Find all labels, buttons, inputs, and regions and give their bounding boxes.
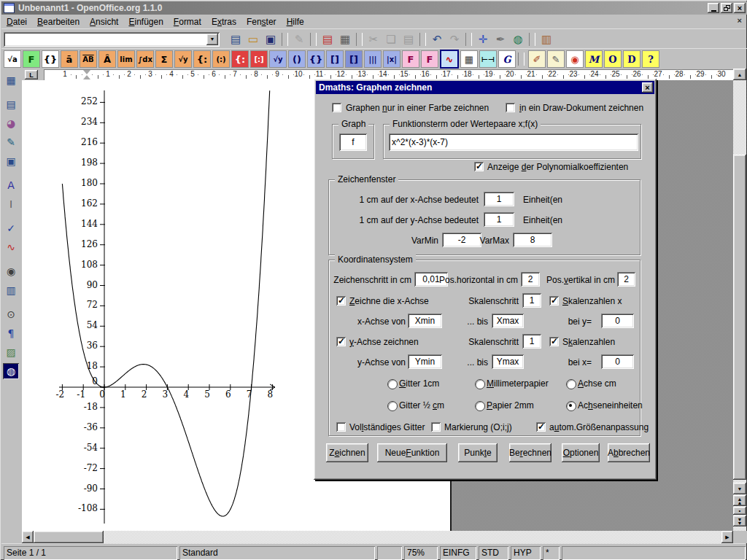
skalenschritt-x-field[interactable]: 1	[522, 293, 541, 308]
vollgitter-checkbox[interactable]	[336, 422, 346, 432]
bei-y-field[interactable]: 0	[601, 314, 634, 328]
g-icon[interactable]: G	[498, 50, 516, 68]
url-input[interactable]	[4, 32, 220, 47]
statusbar-cell-standard[interactable]: Standard	[179, 546, 375, 560]
function-f-icon[interactable]: F	[23, 50, 40, 68]
menu-format[interactable]: Format	[169, 15, 206, 28]
integral-icon[interactable]: ∫dx	[136, 50, 154, 68]
y-bis-field[interactable]: Ymax	[492, 354, 524, 369]
paste-icon[interactable]: ▤	[401, 32, 416, 47]
sqrt-a-icon[interactable]: √a	[4, 50, 21, 68]
menu-hilfe[interactable]: Hilfe	[282, 15, 309, 28]
single-color-checkbox[interactable]	[332, 103, 341, 112]
target-icon[interactable]: ◉	[566, 50, 584, 68]
save-icon[interactable]: ▣	[263, 32, 278, 47]
minimize-button[interactable]	[708, 3, 719, 13]
d-icon[interactable]: D	[623, 50, 640, 68]
draw-graph-icon[interactable]: ∿	[440, 50, 459, 69]
open-icon[interactable]: ▭	[246, 32, 260, 47]
title-bar[interactable]: Unbenannt1 - OpenOffice.org 1.1.0 ×	[1, 1, 747, 15]
segment-ab-icon[interactable]: AB	[80, 50, 97, 68]
copy-icon[interactable]: ❏	[384, 32, 398, 47]
parens-icon[interactable]: ()	[288, 50, 306, 68]
statusbar-cell-std[interactable]: STD	[479, 546, 508, 560]
varmin-field[interactable]: -2	[442, 233, 481, 247]
bei-x-field[interactable]: 0	[601, 354, 634, 369]
statusbar-cell-seite11[interactable]: Seite 1 / 1	[4, 546, 177, 560]
direct-cursor-icon[interactable]: I	[3, 196, 19, 212]
zoom-icon[interactable]: ⊙	[3, 306, 19, 322]
url-combobox[interactable]: ▼	[4, 32, 220, 47]
interval-icon[interactable]: ⊢⊣	[479, 50, 497, 68]
m-icon[interactable]: M	[585, 50, 603, 68]
paren-colon-icon[interactable]: (:)	[212, 50, 230, 68]
y-axis-checkbox[interactable]	[336, 337, 346, 346]
gitter-1cm-radio[interactable]	[387, 379, 398, 389]
x-von-field[interactable]: Xmin	[408, 314, 442, 328]
red-bracket-icon[interactable]: [:]	[250, 50, 268, 68]
vertical-scrollbar[interactable]: ▲ ▼ ▲▲ • ▼▼	[733, 69, 746, 531]
menu-ansicht[interactable]: Ansicht	[85, 15, 123, 28]
blue-root-icon[interactable]: √y	[269, 50, 287, 68]
insert-form-icon[interactable]: ▣	[3, 153, 19, 169]
y-unit-field[interactable]: 1	[484, 212, 514, 227]
autosize-checkbox[interactable]	[536, 422, 546, 432]
pos-vertikal-field[interactable]: 2	[617, 272, 635, 287]
achse-cm-radio[interactable]	[566, 379, 576, 389]
stylist-icon[interactable]: ✒	[493, 32, 508, 47]
markierung-checkbox[interactable]	[431, 422, 441, 432]
menu-bearbeiten[interactable]: Bearbeiten	[32, 15, 85, 28]
insert-table-icon[interactable]: ▦	[3, 72, 19, 88]
achseneinheiten-radio[interactable]	[566, 401, 576, 411]
indent-marker[interactable]	[82, 70, 91, 79]
edit-file-icon[interactable]: ✎	[292, 32, 306, 47]
close-button[interactable]: ×	[734, 3, 746, 13]
x-unit-field[interactable]: 1	[484, 192, 514, 206]
export-pdf-icon[interactable]: ▤	[320, 32, 335, 47]
data-sources-icon[interactable]: ▥	[3, 282, 19, 298]
parallel-icon[interactable]: |||	[364, 50, 382, 68]
scroll-left-icon[interactable]: ◀	[22, 531, 34, 543]
statusbar-cell-8[interactable]	[562, 546, 746, 560]
hyperlink-icon[interactable]: ◍	[511, 32, 525, 47]
x-axis-checkbox[interactable]	[336, 296, 346, 306]
spellcheck-icon[interactable]: ✓	[3, 220, 19, 236]
dialog-title-bar[interactable]: Dmaths: Graphen zeichnen ×	[316, 81, 654, 94]
o-icon[interactable]: O	[604, 50, 622, 68]
punkte-button[interactable]: Punkte	[458, 443, 498, 462]
pink-f-icon[interactable]: F	[402, 50, 419, 68]
dialog-close-button[interactable]: ×	[642, 82, 653, 93]
restore-button[interactable]	[721, 3, 732, 13]
abs-icon[interactable]: |x|	[383, 50, 400, 68]
insert-object-icon[interactable]: ◕	[3, 115, 19, 131]
undo-icon[interactable]: ↶	[430, 32, 444, 47]
tab-type-button[interactable]: L	[25, 70, 38, 79]
root-icon[interactable]: √y	[174, 50, 192, 68]
y-von-field[interactable]: Ymin	[408, 354, 442, 369]
pos-horizontal-field[interactable]: 2	[521, 272, 540, 287]
scroll-right-icon[interactable]: ▶	[721, 531, 733, 543]
statusbar-cell-einfg[interactable]: EINFG	[440, 546, 476, 560]
graphics-onoff-icon[interactable]: ▨	[3, 344, 19, 360]
statusbar-cell-2[interactable]	[377, 546, 402, 560]
edit-drawing-icon[interactable]: ✎	[547, 50, 565, 68]
poly-coeff-checkbox[interactable]	[474, 162, 484, 171]
scroll-up-icon[interactable]: ▲	[733, 69, 746, 80]
papier-2mm-radio[interactable]	[475, 401, 485, 411]
draw-doc-checkbox[interactable]	[506, 103, 515, 112]
statusbar-cell-75%[interactable]: 75%	[404, 546, 438, 560]
abbrechen-button[interactable]: Abbrechen	[608, 443, 650, 462]
x-bis-field[interactable]: Xmax	[492, 314, 524, 328]
berechnen-button[interactable]: Berechnen	[509, 443, 551, 462]
navigator-icon[interactable]: ✛	[476, 32, 490, 47]
limit-icon[interactable]: lim	[117, 50, 135, 68]
menu-extras[interactable]: Extras	[206, 15, 241, 28]
nonprinting-icon[interactable]: ¶	[3, 325, 19, 341]
insert-fields-icon[interactable]: ▤	[3, 96, 19, 112]
pink-f-edit-icon[interactable]: F	[421, 50, 438, 68]
horizontal-scrollbar-thumb[interactable]	[34, 531, 104, 543]
grid-icon[interactable]: ▦	[460, 50, 478, 68]
print-icon[interactable]: ▦	[338, 32, 352, 47]
skalenschritt-y-field[interactable]: 1	[522, 334, 541, 349]
blue-brackets2-icon[interactable]: []	[345, 50, 363, 68]
